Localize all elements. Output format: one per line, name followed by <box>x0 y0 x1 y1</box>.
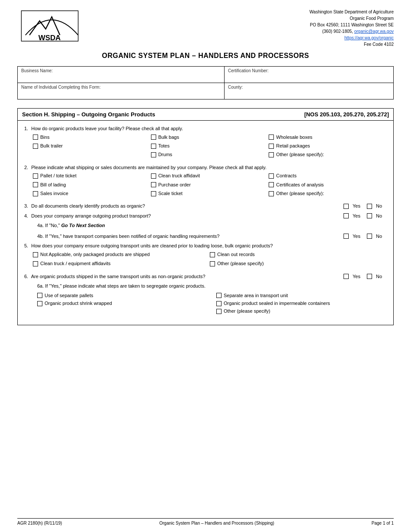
q2-option-other: Other (please specify): <box>269 190 387 197</box>
q6-text: Are organic products shipped in the same… <box>31 274 206 279</box>
footer-center: Organic System Plan – Handlers and Proce… <box>159 521 274 526</box>
agency-line1: Washington State Department of Agricultu… <box>309 9 394 15</box>
q1-option-wholesale-boxes: Wholesale boxes <box>269 134 387 141</box>
question-2: 2. Please indicate what shipping or sale… <box>24 164 387 199</box>
section-h: Section H. Shipping – Outgoing Organic P… <box>17 108 394 325</box>
q3-yes-label: Yes <box>353 202 360 210</box>
q1-text: How do organic products leave your facil… <box>31 126 183 131</box>
footer-right: Page 1 of 1 <box>372 521 394 526</box>
q2-checkbox-contracts[interactable] <box>269 173 274 179</box>
q6a-checkbox-shrink-wrapped[interactable] <box>37 301 42 306</box>
q2-text: Please indicate what shipping or sales d… <box>31 165 267 170</box>
business-name-label: Business Name: <box>21 68 221 73</box>
q6a-checkbox-other[interactable] <box>216 309 222 314</box>
q2-options: Pallet / tote ticket Clean truck affidav… <box>33 173 387 198</box>
q1-checkbox-bulk-trailer[interactable] <box>33 144 38 149</box>
q1-option-retail-packages: Retail packages <box>269 143 387 149</box>
q1-checkbox-wholesale-boxes[interactable] <box>269 135 274 140</box>
q1-checkbox-bulk-bags[interactable] <box>151 135 156 140</box>
cert-number-input[interactable] <box>228 74 390 79</box>
q2-checkbox-purchase-order[interactable] <box>151 182 156 187</box>
q2-option-certs-analysis: Certificates of analysis <box>269 182 387 188</box>
q6a-options-right: Separate area in transport unit Organic … <box>216 292 387 316</box>
q2-option-clean-truck-aff: Clean truck affidavit <box>151 173 269 179</box>
cert-number-label: Certification Number: <box>228 68 390 73</box>
q1-checkbox-retail-packages[interactable] <box>269 144 274 149</box>
q4-yes-checkbox[interactable] <box>344 213 349 218</box>
agency-link[interactable]: https://agr.wa.gov/organic <box>344 35 394 40</box>
q6a-option-separate-pallets: Use of separate pallets <box>37 292 208 299</box>
page-title: Organic System Plan – Handlers and Proce… <box>17 52 394 60</box>
q5-checkbox-other[interactable] <box>210 261 215 266</box>
q6a-checkbox-separate-area[interactable] <box>216 293 222 298</box>
q1-checkbox-other[interactable] <box>269 152 274 157</box>
q4-yes-no: Yes No <box>344 212 387 220</box>
q6a-options-container: Use of separate pallets Organic product … <box>37 292 387 316</box>
q6-yes-checkbox[interactable] <box>344 274 349 279</box>
q4b-yes-checkbox[interactable] <box>344 234 349 239</box>
q6a-checkbox-impermeable[interactable] <box>216 301 222 306</box>
q1-option-totes: Totes <box>151 143 269 149</box>
section-header: Section H. Shipping – Outgoing Organic P… <box>18 109 393 121</box>
q4b-no-label: No <box>376 233 382 240</box>
q4-no-checkbox[interactable] <box>367 213 372 218</box>
individual-name-input[interactable] <box>21 90 221 96</box>
q5-option-other: Other (please specify) <box>210 260 387 267</box>
q3-yes-option: Yes <box>344 202 360 210</box>
q4b-yes-no: Yes No <box>344 233 387 240</box>
q3-no-label: No <box>376 202 382 210</box>
q5-text: How does your company ensure outgoing tr… <box>31 243 273 248</box>
section-ref: [NOS 205.103, 205.270, 205.272] <box>304 111 389 118</box>
q6-no-label: No <box>376 273 382 280</box>
q5-checkbox-na[interactable] <box>33 252 38 257</box>
form-fields-table: Business Name: Certification Number: Nam… <box>17 66 394 99</box>
q3-yes-checkbox[interactable] <box>344 204 349 209</box>
q2-checkbox-sales-invoice[interactable] <box>33 191 38 196</box>
q6a-option-separate-area: Separate area in transport unit <box>216 292 387 299</box>
question-1: 1. How do organic products leave your fa… <box>24 125 387 160</box>
page-footer: AGR 2180(h) (R/11/19) Organic System Pla… <box>17 518 394 526</box>
q6a-text: 6a. If "Yes," please indicate what steps… <box>37 283 206 288</box>
q4-yes-option: Yes <box>344 212 360 220</box>
question-6a: 6a. If "Yes," please indicate what steps… <box>37 282 387 316</box>
q2-checkbox-scale-ticket[interactable] <box>151 191 156 196</box>
business-name-input[interactable] <box>21 74 221 79</box>
q2-checkbox-certs-analysis[interactable] <box>269 182 274 187</box>
q6a-checkbox-separate-pallets[interactable] <box>37 293 42 298</box>
agency-email[interactable]: organic@agr.wa.gov <box>354 29 394 34</box>
county-input[interactable] <box>228 90 390 96</box>
q1-checkbox-totes[interactable] <box>151 144 156 149</box>
wsda-logo: WSDA <box>17 9 82 43</box>
q2-option-purchase-order: Purchase order <box>151 182 269 188</box>
q5-options: Not Applicable, only packaged products a… <box>33 251 387 269</box>
q4-no-option: No <box>367 212 382 220</box>
q1-checkbox-drums[interactable] <box>151 152 156 157</box>
question-4: 4. Does your company arrange outgoing pr… <box>24 212 387 220</box>
q6-yes-option: Yes <box>344 273 360 280</box>
q4b-yes-option: Yes <box>344 233 360 240</box>
question-4b: 4b. If "Yes," have transport companies b… <box>37 233 387 240</box>
q2-option-sales-invoice: Sales invoice <box>33 190 151 197</box>
q1-checkbox-bins[interactable] <box>33 135 38 140</box>
q3-no-checkbox[interactable] <box>367 204 372 209</box>
q1-option-bins: Bins <box>33 134 151 141</box>
q5-checkbox-affidavits[interactable] <box>33 261 38 266</box>
q6a-option-shrink-wrapped: Organic product shrink wrapped <box>37 300 208 307</box>
q4-no-label: No <box>376 212 382 220</box>
q6-no-checkbox[interactable] <box>367 274 372 279</box>
q3-yes-no: Yes No <box>344 202 387 210</box>
q2-option-pallet: Pallet / tote ticket <box>33 173 151 179</box>
q5-checkbox-clean-records[interactable] <box>210 252 215 257</box>
q2-checkbox-clean-truck-aff[interactable] <box>151 173 156 179</box>
q1-option-other: Other (please specify): <box>269 151 387 158</box>
q4b-no-checkbox[interactable] <box>367 234 372 239</box>
q2-checkbox-bill-lading[interactable] <box>33 182 38 187</box>
q1-option-bulk-trailer: Bulk trailer <box>33 143 151 149</box>
q6-no-option: No <box>367 273 382 280</box>
q3-no-option: No <box>367 202 382 210</box>
q2-checkbox-pallet[interactable] <box>33 173 38 179</box>
q6a-option-impermeable: Organic product sealed in impermeable co… <box>216 300 387 307</box>
svg-text:WSDA: WSDA <box>39 34 61 42</box>
q2-checkbox-other[interactable] <box>269 191 274 196</box>
q5-option-na: Not Applicable, only packaged products a… <box>33 251 210 258</box>
